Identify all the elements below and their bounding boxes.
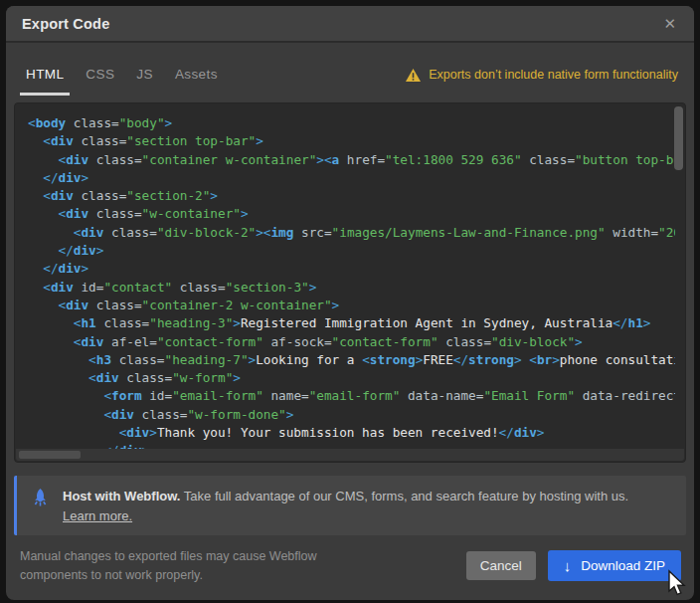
code-line: <div class="w-container"> [28,205,675,223]
dialog-footer: Manual changes to exported files may cau… [6,535,694,600]
code-line: <h1 class="heading-3">Registered Immigra… [28,314,675,332]
tab-assets[interactable]: Assets [169,67,224,96]
horizontal-scrollbar-track[interactable] [16,449,684,461]
download-arrow-icon: ↓ [564,558,572,573]
banner-body-text: Take full advantage of our CMS, forms, a… [180,489,628,503]
code-line: <div af-el="contact-form" af-sock="conta… [28,333,675,351]
banner-text: Host with Webflow. Take full advantage o… [63,487,628,535]
code-line: <div class="w-form"> [28,369,675,387]
code-line: <div>Thank you! Your submission has been… [28,424,675,442]
banner-bold-text: Host with Webflow. [63,489,180,503]
code-line: <div class="container w-container"><a hr… [28,151,675,169]
warning-triangle-icon [406,69,421,82]
code-panel[interactable]: <body class="body"> <div class="section … [14,102,686,463]
tab-js[interactable]: JS [130,67,159,96]
learn-more-link[interactable]: Learn more. [63,506,132,526]
code-line: <h3 class="heading-7">Looking for a <str… [28,351,675,369]
warning-text: Exports don’t include native form functi… [429,68,678,82]
footer-buttons: Cancel ↓ Download ZIP [466,550,681,581]
code-line: <div class="section-2"> [28,187,675,205]
tab-css[interactable]: CSS [80,67,120,96]
code-line: </div> [28,169,675,187]
close-icon[interactable]: ✕ [661,12,678,35]
horizontal-scrollbar-thumb[interactable] [19,451,81,459]
code-line: <div id="contact" class="section-3"> [28,279,675,297]
download-zip-button[interactable]: ↓ Download ZIP [548,550,681,581]
code-line: <div class="section top-bar"> [28,132,675,150]
cancel-button[interactable]: Cancel [466,551,536,580]
tabs-row: HTML CSS JS Assets Exports don’t include… [6,43,694,96]
code-line: <div class="div-block-2"><img src="image… [28,224,675,242]
code-line: <form id="email-form" name="email-form" … [28,387,675,405]
footer-note-line1: Manual changes to exported files may cau… [20,549,317,563]
code-line: </div> [28,242,675,260]
code-line: <div class="w-form-done"> [28,406,675,424]
download-zip-label: Download ZIP [581,558,665,573]
dialog-title: Export Code [22,16,109,32]
dialog-titlebar: Export Code ✕ [6,6,694,43]
code-line: <div class="container-2 w-container"> [28,297,675,314]
rocket-icon [32,487,63,535]
footer-note: Manual changes to exported files may cau… [20,547,317,585]
code-content: <body class="body"> <div class="section … [15,103,685,461]
export-code-dialog: Export Code ✕ HTML CSS JS Assets Exports… [6,6,694,600]
form-functionality-warning: Exports don’t include native form functi… [406,68,678,96]
code-line: <body class="body"> [28,114,675,132]
host-with-webflow-banner: Host with Webflow. Take full advantage o… [14,476,686,535]
code-line: </div> [28,260,675,278]
footer-note-line2: components to not work properly. [20,568,203,582]
tab-html[interactable]: HTML [20,67,70,96]
vertical-scrollbar-thumb[interactable] [674,106,683,170]
